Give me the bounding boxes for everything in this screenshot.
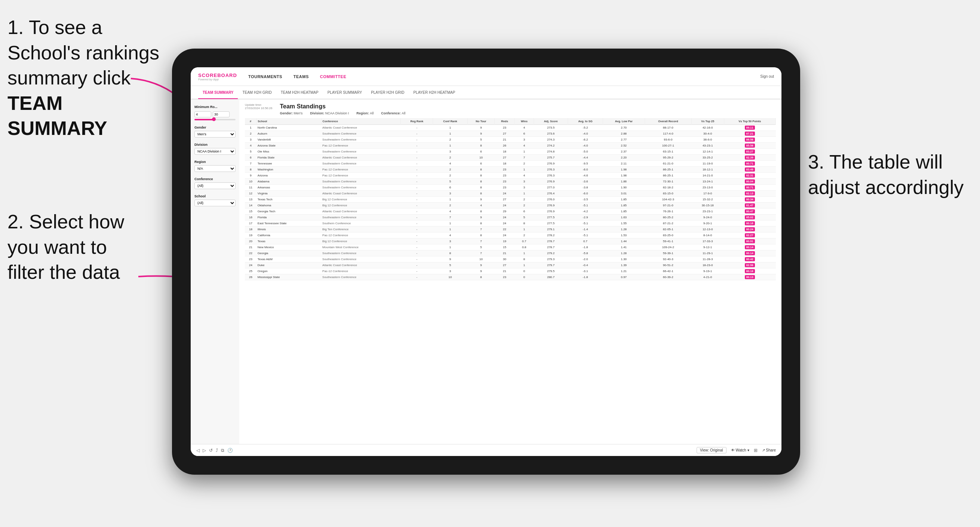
toolbar-grid-icon[interactable]: ⊞ — [754, 448, 757, 453]
cell-rnds: 24 — [495, 221, 514, 227]
toolbar-share-icon[interactable]: ⤴ — [216, 448, 218, 453]
sidebar-division-label: Division — [194, 143, 235, 146]
cell-conference: Pac-12 Conference — [321, 232, 401, 238]
score-badge: 85.58 — [745, 143, 755, 148]
sign-out[interactable]: Sign out — [760, 75, 774, 78]
cell-no-tour: 7 — [468, 238, 495, 244]
cell-avg-sg: -6.0 — [568, 190, 603, 197]
table-row: 10 Alabama Southeastern Conference - 5 8… — [245, 179, 776, 185]
cell-avg-low: 1.39 — [603, 262, 644, 268]
cell-conference: Atlantic Coast Conference — [321, 209, 401, 214]
cell-wins: 1 — [514, 167, 533, 173]
cell-no-tour: 10 — [468, 155, 495, 161]
cell-adj-score: 276.9 — [534, 161, 568, 167]
cell-rnds: 30 — [495, 256, 514, 262]
col-conf-rank: Conf Rank — [433, 118, 468, 125]
toolbar-reload-icon[interactable]: ↺ — [209, 448, 213, 453]
watch-btn[interactable]: 👁 Watch ▾ — [731, 448, 749, 452]
nav-bar: SCOREBOARD Powered by clippi TOURNAMENTS… — [191, 67, 781, 86]
table-row: 26 Mississippi State Southeastern Confer… — [245, 275, 776, 280]
cell-avg-low: 1.86 — [603, 179, 644, 185]
col-reg-rank: Reg Rank — [401, 118, 433, 125]
nav-committee[interactable]: COMMITTEE — [320, 75, 347, 79]
cell-no-tour: 4 — [468, 203, 495, 209]
cell-no-tour: 9 — [468, 125, 495, 131]
score-badge: 86.58 — [745, 138, 755, 142]
col-no-tour: No Tour — [468, 118, 495, 125]
table-row: 19 California Pac-12 Conference - 4 8 24… — [245, 232, 776, 238]
cell-vs-top50: 80.24 — [724, 227, 776, 232]
cell-vs-top25: 23-13-0 — [691, 185, 724, 190]
sub-nav-team-h2h-heatmap[interactable]: TEAM H2H HEATMAP — [276, 86, 323, 99]
toolbar-copy-icon[interactable]: ⧉ — [221, 448, 224, 453]
col-rank: # — [245, 118, 256, 125]
table-area: Update time: 27/03/2024 16:56:26 Team St… — [239, 99, 781, 444]
cell-rank: 4 — [245, 143, 256, 149]
cell-reg-rank: - — [401, 190, 433, 197]
cell-vs-top50: 80.18 — [724, 268, 776, 275]
nav-teams[interactable]: TEAMS — [294, 75, 309, 79]
cell-conf-rank: 1 — [433, 221, 468, 227]
cell-rnds: 21 — [495, 137, 514, 143]
sidebar-gender-select[interactable]: Men's Women's — [194, 131, 235, 138]
sub-nav-team-summary[interactable]: TEAM SUMMARY — [198, 86, 238, 99]
cell-conference: Big 12 Conference — [321, 203, 401, 209]
toolbar-clock-icon[interactable]: 🕐 — [228, 448, 233, 453]
sub-nav-player-summary[interactable]: PLAYER SUMMARY — [323, 86, 366, 99]
cell-reg-rank: - — [401, 161, 433, 167]
cell-conference: Atlantic Coast Conference — [321, 262, 401, 268]
cell-avg-low: 2.52 — [603, 143, 644, 149]
cell-vs-top50: 83.27 — [724, 149, 776, 155]
toolbar-back-icon[interactable]: ◁ — [196, 448, 200, 453]
cell-rnds: 15 — [495, 244, 514, 251]
cell-school: Arkansas — [256, 185, 321, 190]
sub-nav-player-h2h-grid[interactable]: PLAYER H2H GRID — [366, 86, 409, 99]
sidebar-conference-select[interactable]: (All) — [194, 183, 235, 189]
sub-nav-team-h2h-grid[interactable]: TEAM H2H GRID — [238, 86, 276, 99]
cell-reg-rank: - — [401, 203, 433, 209]
cell-rank: 21 — [245, 244, 256, 251]
toolbar-forward-icon[interactable]: ▷ — [203, 448, 206, 453]
cell-vs-top50: 82.31 — [724, 173, 776, 179]
share-btn[interactable]: ↗ Share — [762, 448, 776, 452]
sidebar-school-select[interactable]: (All) — [194, 200, 235, 206]
nav-tournaments[interactable]: TOURNAMENTS — [248, 75, 282, 79]
cell-adj-score: 280.7 — [534, 275, 568, 280]
cell-rnds: 27 — [495, 197, 514, 203]
cell-adj-score: 276.0 — [534, 197, 568, 203]
cell-vs-top50: 85.58 — [724, 143, 776, 149]
cell-wins: 4 — [514, 125, 533, 131]
cell-no-tour: 8 — [468, 185, 495, 190]
cell-conf-rank: 3 — [433, 268, 468, 275]
cell-adj-score: 276.9 — [534, 209, 568, 214]
cell-overall: 104-42-3 — [644, 197, 691, 203]
cell-conference: Southeastern Conference — [321, 149, 401, 155]
cell-conf-rank: 1 — [433, 244, 468, 251]
cell-conference: Southeastern Conference — [321, 275, 401, 280]
cell-rank: 25 — [245, 268, 256, 275]
nav-items: TOURNAMENTS TEAMS COMMITTEE — [248, 75, 760, 79]
instruction-step1-bold: TEAM SUMMARY — [8, 92, 107, 140]
score-badge: 85.02 — [745, 215, 755, 219]
cell-vs-top50: 82.39 — [724, 155, 776, 161]
cell-avg-sg: -3.8 — [568, 185, 603, 190]
cell-overall: 82-05-1 — [644, 227, 691, 232]
sidebar-range-max[interactable] — [213, 111, 229, 117]
cell-reg-rank: - — [401, 149, 433, 155]
sidebar-region-select[interactable]: N/A All — [194, 165, 235, 172]
share-label: Share — [766, 448, 776, 452]
score-badge: 80.13 — [745, 275, 755, 279]
cell-rnds: 18 — [495, 149, 514, 155]
cell-adj-score: 274.2 — [534, 143, 568, 149]
cell-reg-rank: - — [401, 137, 433, 143]
sidebar-division-select[interactable]: NCAA Division I NCAA Division II NCAA Di… — [194, 148, 235, 155]
cell-conf-rank: 10 — [433, 275, 468, 280]
table-row: 2 Auburn Southeastern Conference - 1 9 2… — [245, 131, 776, 137]
view-original-btn[interactable]: View: Original — [697, 447, 727, 453]
table-row: 3 Vanderbilt Southeastern Conference - 2… — [245, 137, 776, 143]
cell-avg-sg: -5.2 — [568, 125, 603, 131]
cell-school: Arizona — [256, 173, 321, 179]
sidebar-range-min[interactable] — [194, 111, 211, 117]
table-row: 7 Tennessee Southeastern Conference - 4 … — [245, 161, 776, 167]
sub-nav-player-h2h-heatmap[interactable]: PLAYER H2H HEATMAP — [409, 86, 460, 99]
